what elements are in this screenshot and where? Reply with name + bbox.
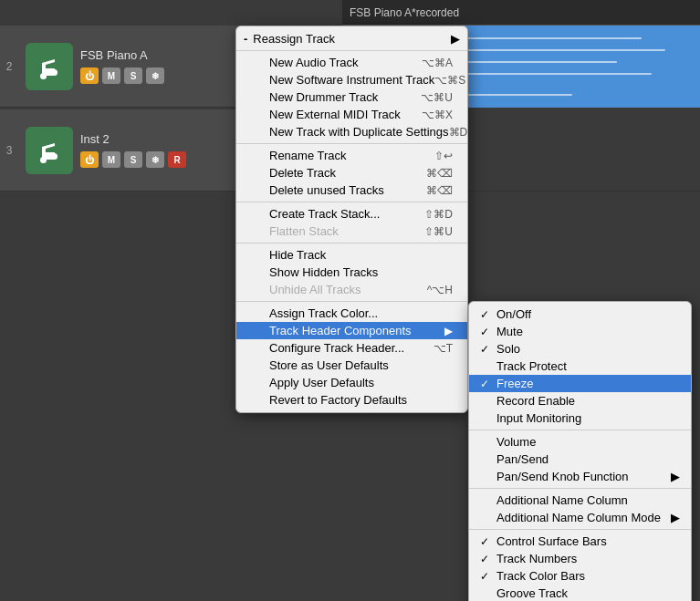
delete-track-label: Delete Track (269, 166, 336, 180)
separator (236, 202, 467, 202)
unhide-all-shortcut: ^⌥H (427, 284, 453, 296)
dash-icon: - (244, 32, 247, 46)
check-icon: ✓ (480, 378, 496, 390)
on-off-label: On/Off (496, 307, 531, 321)
record-btn-2[interactable]: R (168, 151, 186, 168)
submenu-on-off[interactable]: ✓ On/Off (469, 306, 691, 323)
delete-unused-shortcut: ⌘⌫ (426, 184, 453, 197)
check-icon: ✓ (480, 326, 496, 338)
apply-user-defaults[interactable]: Apply User Defaults (236, 374, 467, 391)
submenu-track-numbers[interactable]: ✓ Track Numbers (469, 550, 691, 567)
apply-defaults-label: Apply User Defaults (269, 376, 374, 389)
new-midi-label: New External MIDI Track (269, 108, 401, 121)
submenu-record-enable[interactable]: Record Enable (469, 392, 691, 409)
submenu-additional-name-col-mode[interactable]: Additional Name Column Mode ▶ (469, 509, 691, 526)
store-defaults-label: Store as User Defaults (269, 358, 389, 372)
create-stack-shortcut: ⇧⌘D (424, 208, 453, 221)
create-track-stack[interactable]: Create Track Stack... ⇧⌘D (236, 205, 467, 223)
new-drummer-shortcut: ⌥⌘U (421, 91, 453, 104)
revert-defaults-label: Revert to Factory Defaults (269, 393, 407, 407)
flatten-stack-shortcut: ⇧⌘U (424, 225, 453, 238)
track-icon-1 (26, 43, 73, 90)
volume-label: Volume (496, 435, 536, 449)
new-software-shortcut: ⌥⌘S (434, 74, 465, 87)
delete-unused-tracks[interactable]: Delete unused Tracks ⌘⌫ (236, 181, 467, 199)
submenu-control-surface-bars[interactable]: ✓ Control Surface Bars (469, 533, 691, 550)
menu-reassign-track[interactable]: - Reassign Track ▶ (236, 30, 467, 47)
track-number-2: 3 (0, 144, 18, 157)
submenu-track-color-bars[interactable]: ✓ Track Color Bars (469, 567, 691, 585)
freeze-btn-1[interactable]: ❄ (146, 67, 164, 84)
solo-label: Solo (496, 342, 520, 356)
check-icon: ✓ (480, 553, 496, 565)
submenu-solo[interactable]: ✓ Solo (469, 340, 691, 357)
new-drummer-track[interactable]: New Drummer Track ⌥⌘U (236, 88, 467, 106)
track-header-submenu: ✓ On/Off ✓ Mute ✓ Solo Track Protect ✓ F… (468, 301, 692, 601)
submenu-volume[interactable]: Volume (469, 433, 691, 451)
rename-track[interactable]: Rename Track ⇧↩ (236, 147, 467, 164)
submenu-freeze[interactable]: ✓ Freeze (469, 375, 691, 392)
additional-name-col-mode-label: Additional Name Column Mode (496, 511, 661, 524)
mute-btn-2[interactable]: M (102, 151, 120, 168)
track-header-label: Track Header Components (269, 324, 412, 337)
separator (236, 301, 467, 302)
freeze-label: Freeze (496, 377, 533, 390)
delete-track[interactable]: Delete Track ⌘⌫ (236, 164, 467, 181)
power-btn-1[interactable]: ⏻ (80, 67, 99, 84)
track-header-components[interactable]: Track Header Components ▶ (236, 322, 467, 339)
new-audio-track-label: New Audio Track (269, 56, 359, 69)
solo-btn-1[interactable]: S (124, 67, 142, 84)
submenu-track-protect[interactable]: Track Protect (469, 357, 691, 375)
submenu-additional-name-col[interactable]: Additional Name Column (469, 492, 691, 509)
input-monitoring-label: Input Monitoring (496, 411, 581, 425)
store-user-defaults[interactable]: Store as User Defaults (236, 357, 467, 374)
mute-btn-1[interactable]: M (102, 67, 120, 84)
solo-btn-2[interactable]: S (124, 151, 142, 168)
flatten-stack: Flatten Stack ⇧⌘U (236, 223, 467, 240)
assign-color-label: Assign Track Color... (269, 306, 378, 320)
arrow-icon: ▶ (671, 511, 680, 524)
create-stack-label: Create Track Stack... (269, 207, 380, 221)
flatten-stack-label: Flatten Stack (269, 224, 339, 238)
new-external-midi-track[interactable]: New External MIDI Track ⌥⌘X (236, 106, 467, 123)
freeze-btn-2[interactable]: ❄ (146, 151, 164, 168)
configure-track-header[interactable]: Configure Track Header... ⌥T (236, 339, 467, 357)
assign-track-color[interactable]: Assign Track Color... (236, 305, 467, 322)
new-software-instrument-track[interactable]: New Software Instrument Track ⌥⌘S (236, 71, 467, 88)
track-number-1: 2 (0, 60, 18, 73)
show-hidden-tracks[interactable]: Show Hidden Tracks (236, 264, 467, 281)
configure-header-shortcut: ⌥T (434, 342, 453, 355)
separator (469, 430, 691, 430)
unhide-all-label: Unhide All Tracks (269, 283, 360, 296)
revert-factory-defaults[interactable]: Revert to Factory Defaults (236, 391, 467, 409)
track-numbers-label: Track Numbers (496, 552, 577, 565)
record-enable-label: Record Enable (496, 394, 575, 408)
svg-point-1 (51, 69, 57, 76)
pan-send-knob-label: Pan/Send Knob Function (496, 470, 629, 483)
submenu-groove-track[interactable]: Groove Track (469, 585, 691, 601)
hide-track[interactable]: Hide Track (236, 246, 467, 264)
power-btn-2[interactable]: ⏻ (80, 151, 99, 168)
svg-point-3 (51, 153, 57, 160)
track-icon-2 (26, 127, 73, 174)
submenu-pan-send-knob[interactable]: Pan/Send Knob Function ▶ (469, 468, 691, 485)
hide-track-label: Hide Track (269, 248, 326, 262)
new-audio-track-shortcut: ⌥⌘A (422, 57, 453, 69)
check-icon: ✓ (480, 308, 496, 321)
arrow-icon: ▶ (451, 32, 460, 46)
new-track-duplicate[interactable]: New Track with Duplicate Settings ⌘D (236, 123, 467, 140)
submenu-mute[interactable]: ✓ Mute (469, 323, 691, 340)
context-menu: - Reassign Track ▶ New Audio Track ⌥⌘A N… (235, 26, 468, 413)
separator (469, 529, 691, 530)
submenu-pan-send[interactable]: Pan/Send (469, 451, 691, 468)
check-icon: ✓ (480, 570, 496, 583)
rename-track-label: Rename Track (269, 149, 347, 162)
header-title: FSB Piano A*recorded (350, 6, 459, 19)
separator (469, 488, 691, 489)
new-audio-track[interactable]: New Audio Track ⌥⌘A (236, 54, 467, 71)
submenu-input-monitoring[interactable]: Input Monitoring (469, 409, 691, 427)
separator (236, 143, 467, 144)
new-midi-shortcut: ⌥⌘X (422, 109, 453, 121)
track-color-bars-label: Track Color Bars (496, 569, 585, 583)
additional-name-col-label: Additional Name Column (496, 493, 628, 507)
